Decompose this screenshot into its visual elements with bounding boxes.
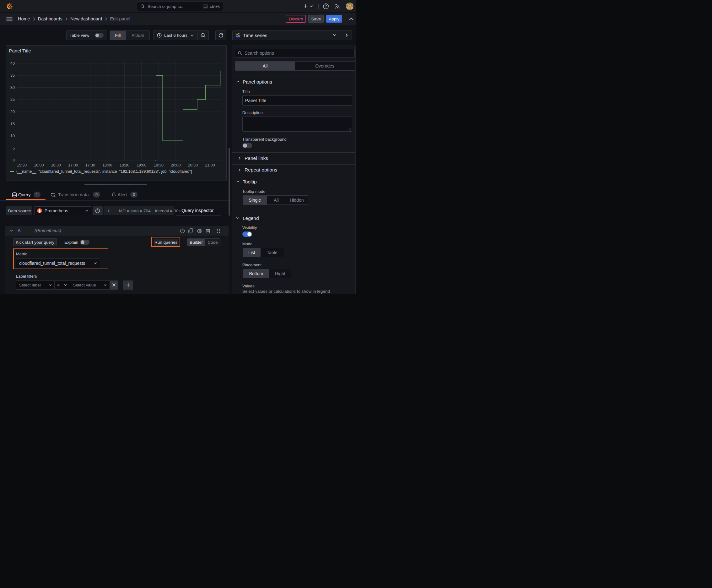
svg-text:17:30: 17:30 xyxy=(85,163,95,167)
svg-text:20:30: 20:30 xyxy=(188,163,197,167)
svg-text:20:00: 20:00 xyxy=(171,163,180,167)
svg-text:19:30: 19:30 xyxy=(153,163,163,167)
svg-text:19:00: 19:00 xyxy=(136,163,146,167)
svg-text:20: 20 xyxy=(10,110,15,114)
svg-text:18:00: 18:00 xyxy=(102,163,112,167)
svg-text:25: 25 xyxy=(10,97,15,102)
svg-text:15: 15 xyxy=(10,122,15,126)
svg-text:21:00: 21:00 xyxy=(205,163,215,167)
svg-text:5: 5 xyxy=(13,146,15,150)
svg-text:18:30: 18:30 xyxy=(119,163,129,167)
svg-text:15:30: 15:30 xyxy=(17,163,26,167)
svg-text:35: 35 xyxy=(10,73,15,78)
svg-text:17:00: 17:00 xyxy=(68,163,78,167)
svg-text:10: 10 xyxy=(10,134,15,138)
svg-text:16:00: 16:00 xyxy=(34,163,44,167)
svg-text:16:30: 16:30 xyxy=(51,163,61,167)
svg-text:0: 0 xyxy=(13,158,15,162)
svg-text:30: 30 xyxy=(10,85,15,90)
svg-text:40: 40 xyxy=(10,61,15,66)
